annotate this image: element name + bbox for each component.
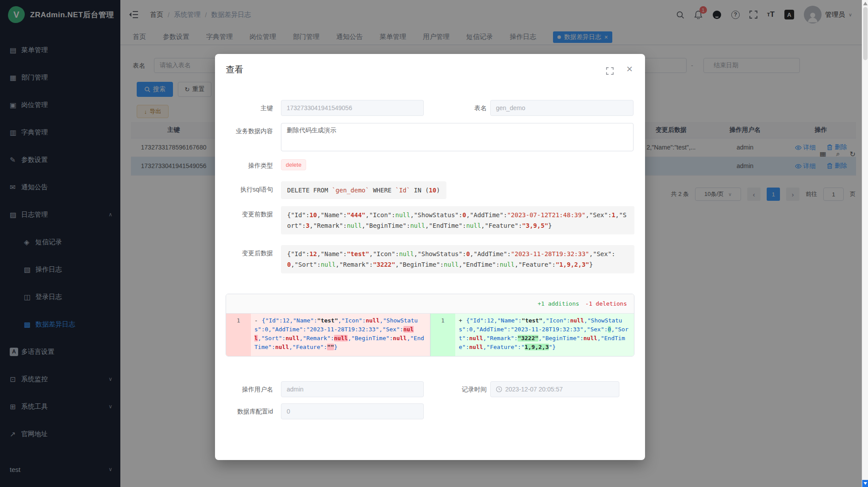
app-window: V ZRAdmin.NET后台管理 ▤菜单管理 ▦部门管理 ▣岗位管理 ▥字典管… [0, 0, 868, 487]
vertical-scrollbar[interactable] [862, 0, 868, 487]
table-name-input[interactable]: gen_demo [490, 100, 634, 116]
sql-code: DELETE FROM `gen_demo` WHERE `Id` IN (10… [281, 181, 446, 199]
deletions-count: -1 deletions [585, 300, 627, 307]
addition-marker: + [459, 317, 466, 324]
dialog-fullscreen-icon[interactable] [606, 67, 614, 77]
dialog-close-icon[interactable]: × [626, 64, 633, 74]
record-time-input[interactable]: 2023-12-07 20:05:57 [490, 381, 619, 397]
deletion-marker: - [254, 317, 262, 324]
before-data-code: {"Id":10,"Name":"444","Icon":null,"ShowS… [281, 206, 634, 234]
pk-label: 主键 [215, 104, 273, 112]
before-data-label: 变更前数据 [215, 210, 273, 219]
pk-input[interactable]: 1732733041941549056 [281, 100, 424, 116]
code-diff-panel: +1 additions -1 deletions 1 -{"Id":12,"N… [226, 294, 634, 357]
diff-new-code: +{"Id":12,"Name":"test","Icon":null,"Sho… [455, 314, 634, 356]
db-config-id-label: 数据库配置id [215, 407, 273, 416]
diff-new-side: 1 +{"Id":12,"Name":"test","Icon":null,"S… [430, 314, 634, 356]
operator-input[interactable]: admin [281, 381, 424, 397]
db-config-id-input[interactable]: 0 [281, 403, 424, 419]
clock-icon [496, 386, 502, 392]
scrollbar-thumb[interactable] [863, 7, 868, 60]
operation-type-tag: delete [281, 159, 306, 170]
diff-old-line-number: 1 [226, 314, 251, 356]
view-dialog: 查看 × 主键 1732733041941549056 表名 gen_demo … [215, 54, 645, 460]
additions-count: +1 additions [538, 300, 579, 307]
table-name-label: 表名 [427, 104, 487, 112]
business-content-textarea[interactable]: 删除代码生成演示 [281, 123, 634, 151]
operation-type-label: 操作类型 [215, 161, 273, 170]
diff-summary: +1 additions -1 deletions [226, 294, 634, 314]
after-data-label: 变更后数据 [215, 249, 273, 257]
after-data-code: {"Id":12,"Name":"test","Icon":null,"Show… [281, 245, 634, 273]
business-content-label: 业务数据内容 [215, 127, 273, 135]
scroll-down-arrow-icon[interactable] [862, 480, 868, 487]
diff-old-side: 1 -{"Id":12,"Name":"test","Icon":null,"S… [226, 314, 430, 356]
dialog-title: 查看 [226, 64, 243, 76]
operator-label: 操作用户名 [215, 385, 273, 394]
scroll-up-arrow-icon[interactable] [863, 2, 868, 5]
diff-old-code: -{"Id":12,"Name":"test","Icon":null,"Sho… [251, 314, 430, 356]
diff-new-line-number: 1 [430, 314, 455, 356]
record-time-label: 记录时间 [427, 385, 487, 394]
sql-label: 执行sql语句 [215, 185, 273, 194]
